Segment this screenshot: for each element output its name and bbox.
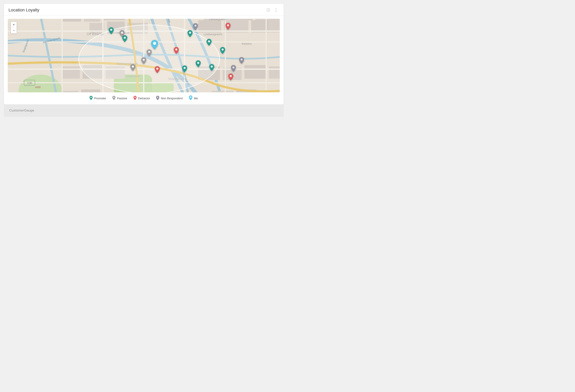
svg-point-74 <box>184 67 186 69</box>
svg-rect-35 <box>212 91 234 92</box>
svg-point-90 <box>134 97 136 98</box>
map-controls: + − <box>11 22 17 33</box>
pin-nr2[interactable] <box>231 65 236 73</box>
widget-card: Location Loyalty ⓘ ⋮ <box>4 4 284 104</box>
pin-passive1[interactable] <box>120 30 124 38</box>
legend-label-me: Me <box>194 97 198 100</box>
svg-point-89 <box>113 97 115 98</box>
svg-text:Overtoom: Overtoom <box>126 74 141 78</box>
svg-point-85 <box>227 24 229 26</box>
svg-point-83 <box>175 48 177 50</box>
svg-rect-27 <box>83 65 103 79</box>
svg-text:106: 106 <box>27 81 32 85</box>
svg-rect-25 <box>269 19 280 33</box>
svg-point-79 <box>132 65 134 67</box>
svg-text:veld: veld <box>35 85 40 89</box>
legend-pin-non_respondent <box>156 96 159 101</box>
svg-point-88 <box>91 97 92 98</box>
svg-point-68 <box>110 29 112 31</box>
more-button[interactable]: ⋮ <box>273 8 279 13</box>
svg-rect-13 <box>62 19 81 22</box>
pin-p5[interactable] <box>220 47 225 55</box>
pin-passive4[interactable] <box>130 64 135 72</box>
svg-rect-32 <box>269 66 280 79</box>
legend-pin-passive <box>112 96 116 101</box>
svg-text:Keizers: Keizers <box>241 42 252 45</box>
svg-rect-15 <box>103 19 124 20</box>
info-icon: ⓘ <box>266 8 270 12</box>
legend-label-non_respondent: Non Respondent <box>161 97 183 100</box>
svg-point-71 <box>208 41 210 43</box>
svg-point-81 <box>233 66 234 68</box>
svg-point-78 <box>143 59 145 61</box>
widget-header: Location Loyalty ⓘ ⋮ <box>4 4 284 16</box>
map-background: Amsterdam De Baarsje Helmersbuurt Overto… <box>8 19 280 92</box>
svg-rect-28 <box>106 66 124 79</box>
pin-det3[interactable] <box>225 23 231 30</box>
svg-text:De Baarsje: De Baarsje <box>87 32 104 36</box>
svg-point-75 <box>211 65 213 67</box>
svg-point-72 <box>222 48 224 50</box>
legend-item-me: Me <box>189 95 198 101</box>
widget-title: Location Loyalty <box>8 8 39 13</box>
page-footer: CustomerGauge <box>4 104 284 117</box>
svg-point-82 <box>241 59 242 60</box>
header-actions: ⓘ ⋮ <box>266 7 279 13</box>
pin-det1[interactable] <box>174 47 179 55</box>
pin-nr3[interactable] <box>239 57 244 65</box>
legend-item-detractor: Detractor <box>134 96 150 101</box>
zoom-in-button[interactable]: + <box>11 22 17 28</box>
zoom-out-button[interactable]: − <box>11 28 17 33</box>
svg-rect-3 <box>152 83 174 92</box>
svg-rect-34 <box>81 90 100 92</box>
pin-passive3[interactable] <box>141 57 146 65</box>
svg-point-73 <box>197 62 199 64</box>
pin-p3[interactable] <box>188 30 192 38</box>
svg-rect-31 <box>244 65 266 79</box>
svg-point-87 <box>153 42 156 45</box>
legend-label-detractor: Detractor <box>138 97 150 100</box>
legend-item-passive: Passive <box>112 96 127 101</box>
legend-item-promoter: Promoter <box>90 96 106 101</box>
legend-pin-promoter <box>90 96 93 101</box>
pin-p8[interactable] <box>209 64 214 72</box>
svg-point-77 <box>148 51 150 53</box>
map-legend: Promoter Passive Detractor Non Responden… <box>4 92 284 104</box>
legend-pin-detractor <box>134 96 137 101</box>
svg-rect-33 <box>62 91 78 92</box>
svg-rect-26 <box>62 66 80 79</box>
svg-text:Leidsesgracht: Leidsesgracht <box>204 33 222 36</box>
legend-label-passive: Passive <box>117 97 127 100</box>
svg-point-91 <box>157 97 159 98</box>
pin-p6[interactable] <box>196 60 201 68</box>
pin-det2[interactable] <box>155 66 160 74</box>
svg-point-92 <box>190 96 192 98</box>
pin-p4[interactable] <box>207 39 212 47</box>
svg-rect-14 <box>84 19 100 22</box>
legend-item-non_respondent: Non Respondent <box>156 96 183 101</box>
pin-me1[interactable] <box>151 40 158 50</box>
legend-pin-me <box>189 95 192 101</box>
svg-point-86 <box>230 75 232 77</box>
svg-text:Leidsegracht: Leidsegracht <box>209 19 226 21</box>
brand-logo: CustomerGauge <box>9 109 278 112</box>
svg-point-76 <box>121 32 123 34</box>
pin-p7[interactable] <box>182 65 187 73</box>
svg-text:Vondelbuurt: Vondelbuurt <box>168 77 186 81</box>
pin-nr1[interactable] <box>193 23 198 31</box>
svg-point-84 <box>156 67 159 70</box>
more-icon: ⋮ <box>274 8 278 12</box>
pin-det4[interactable] <box>228 74 233 81</box>
svg-point-70 <box>189 32 191 34</box>
pin-p1[interactable] <box>109 27 114 35</box>
legend-label-promoter: Promoter <box>94 97 106 100</box>
info-button[interactable]: ⓘ <box>266 7 271 13</box>
svg-point-80 <box>194 24 196 26</box>
map-container[interactable]: Amsterdam De Baarsje Helmersbuurt Overto… <box>8 19 280 92</box>
